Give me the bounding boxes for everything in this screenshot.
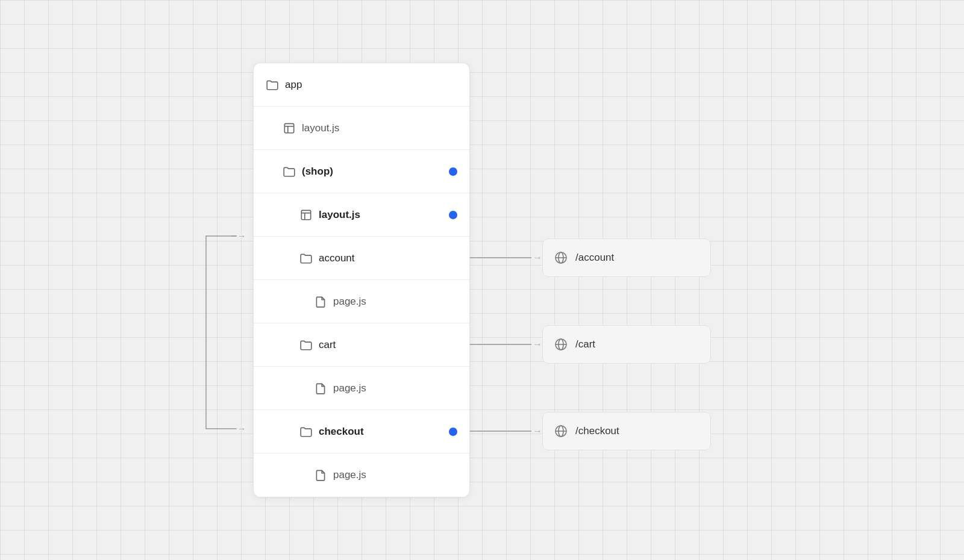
- tree-row-checkout: checkout: [254, 410, 469, 453]
- folder-icon-shop: [283, 165, 296, 178]
- right-row-checkout: → /checkout: [470, 409, 711, 453]
- file-tree-panel: app layout.js (shop): [253, 63, 470, 497]
- arrow-head-account: →: [533, 252, 542, 263]
- folder-icon-checkout: [299, 425, 313, 438]
- tree-label-layout-top: layout.js: [302, 122, 457, 134]
- tree-label-page-checkout: page.js: [333, 469, 457, 481]
- tree-row-shop: (shop): [254, 150, 469, 193]
- right-panel: → /account →: [470, 63, 711, 496]
- tree-label-account: account: [319, 252, 457, 264]
- arrow-line-account: [470, 257, 531, 258]
- folder-icon-cart: [299, 338, 313, 352]
- route-label-account: /account: [575, 252, 614, 264]
- right-spacer-1: [470, 106, 711, 149]
- blue-dot-layout-shop: [449, 211, 457, 219]
- tree-row-app: app: [254, 63, 469, 107]
- right-spacer-3: [470, 193, 711, 236]
- tree-row-page-cart: page.js: [254, 367, 469, 410]
- svg-rect-8: [301, 210, 310, 219]
- tree-row-page-account: page.js: [254, 280, 469, 323]
- bracket-connector: → →: [188, 236, 242, 429]
- arrow-head-checkout: →: [533, 426, 542, 437]
- route-card-account: /account: [542, 238, 711, 277]
- route-label-cart: /cart: [575, 338, 595, 350]
- right-spacer-2: [470, 149, 711, 193]
- tree-label-page-cart: page.js: [333, 382, 457, 394]
- page-icon-cart: [314, 382, 327, 395]
- tree-label-app: app: [285, 79, 457, 91]
- tree-label-layout-shop: layout.js: [319, 209, 449, 221]
- tree-label-page-account: page.js: [333, 296, 457, 308]
- page-icon-checkout: [314, 468, 327, 482]
- tree-row-layout-shop: layout.js: [254, 193, 469, 237]
- right-row-cart: → /cart: [470, 323, 711, 366]
- layout-icon: [283, 122, 296, 135]
- right-row-account: → /account: [470, 236, 711, 279]
- tree-row-account: account: [254, 237, 469, 280]
- right-spacer-page-checkout: [470, 453, 711, 496]
- route-card-cart: /cart: [542, 325, 711, 364]
- tree-label-shop: (shop): [302, 166, 449, 178]
- main-scene: → → app layout.js: [253, 63, 711, 497]
- route-label-checkout: /checkout: [575, 425, 619, 437]
- tree-row-cart: cart: [254, 323, 469, 367]
- right-spacer-0: [470, 63, 711, 106]
- layout-icon-shop: [299, 208, 313, 222]
- svg-rect-5: [284, 123, 293, 132]
- tree-row-layout-top: layout.js: [254, 107, 469, 150]
- globe-icon-cart: [554, 337, 568, 352]
- page-icon-account: [314, 295, 327, 308]
- right-spacer-page-cart: [470, 366, 711, 409]
- folder-icon: [266, 78, 279, 92]
- tree-label-checkout: checkout: [319, 426, 449, 438]
- arrow-head-cart: →: [533, 339, 542, 350]
- blue-dot-checkout: [449, 428, 457, 436]
- svg-text:→: →: [237, 424, 246, 434]
- tree-row-page-checkout: page.js: [254, 453, 469, 497]
- route-card-checkout: /checkout: [542, 412, 711, 450]
- globe-icon-checkout: [554, 424, 568, 438]
- right-spacer-page-account: [470, 279, 711, 323]
- arrow-line-cart: [470, 344, 531, 345]
- blue-dot-shop: [449, 167, 457, 176]
- globe-icon-account: [554, 250, 568, 265]
- svg-text:→: →: [237, 231, 246, 241]
- folder-icon-account: [299, 252, 313, 265]
- tree-label-cart: cart: [319, 339, 457, 351]
- arrow-line-checkout: [470, 431, 531, 432]
